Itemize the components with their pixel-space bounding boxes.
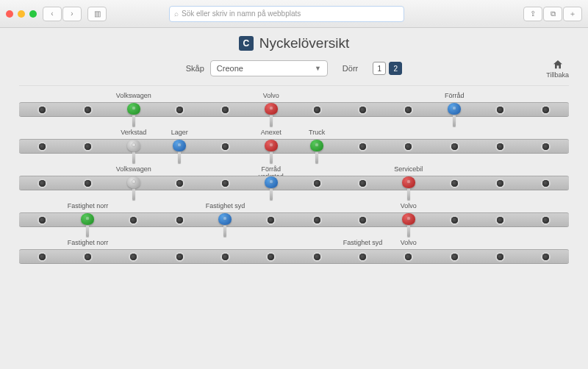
empty-slot-icon [542, 217, 549, 223]
key-icon[interactable] [264, 176, 279, 203]
back-link[interactable]: Tillbaka [546, 59, 569, 79]
slot-label [19, 92, 65, 101]
slot-label: Volvo [248, 92, 294, 101]
sidebar-toggle-icon[interactable]: ▥ [87, 7, 107, 21]
slot-label [157, 239, 202, 248]
empty-slot-icon [497, 107, 503, 113]
slot-label [111, 202, 157, 211]
key-icon[interactable] [401, 176, 416, 203]
slot-label [157, 202, 202, 211]
empty-slot-icon [176, 217, 183, 223]
slot-label [523, 92, 569, 101]
key-icon[interactable] [447, 103, 462, 129]
key-icon[interactable] [264, 103, 279, 129]
skap-select[interactable]: Creone ▼ [210, 60, 328, 76]
key-icon[interactable] [172, 140, 187, 166]
zoom-window-icon[interactable] [29, 10, 37, 18]
empty-slot-icon [359, 143, 366, 150]
empty-slot-icon [85, 254, 91, 260]
key-icon[interactable] [126, 176, 141, 203]
slot-label [340, 92, 385, 101]
dorr-page-2[interactable]: 2 [389, 62, 402, 75]
slot-label [65, 129, 110, 137]
key-icon[interactable] [218, 213, 232, 240]
empty-slot-icon [542, 180, 549, 187]
slot-label [157, 92, 202, 101]
nav-buttons: ‹ › [43, 7, 82, 21]
back-link-label: Tillbaka [546, 71, 569, 79]
dorr-page-1[interactable]: 1 [373, 62, 386, 75]
slot-label [477, 129, 523, 137]
skap-value: Creone [217, 64, 243, 73]
empty-slot-icon [497, 217, 503, 223]
empty-slot-icon [39, 217, 46, 223]
empty-slot-icon [359, 217, 366, 223]
slot-label [19, 129, 65, 137]
empty-slot-icon [497, 254, 503, 260]
key-strip [19, 102, 569, 117]
tabs-button[interactable]: ⧉ [543, 7, 562, 21]
key-row: Fastighet norrFastighet sydVolvo [19, 239, 569, 264]
skap-label: Skåp [186, 64, 204, 73]
slot-label [111, 239, 157, 248]
empty-slot-icon [542, 143, 549, 150]
close-window-icon[interactable] [6, 10, 13, 18]
share-button[interactable]: ⇪ [523, 7, 542, 21]
key-icon[interactable] [401, 213, 416, 240]
slot-label [340, 202, 385, 211]
slot-label: Fastighet syd [202, 202, 248, 211]
key-icon[interactable] [80, 213, 95, 240]
key-icon[interactable] [126, 103, 141, 129]
slot-label [19, 239, 65, 248]
slot-label [477, 202, 523, 211]
slot-label [431, 129, 477, 137]
key-icon[interactable] [309, 140, 324, 166]
slot-label [294, 239, 340, 248]
slot-label [202, 129, 248, 137]
slot-label: Förråd [431, 92, 477, 101]
key-row: VolkswagenVolvoFörråd [19, 92, 569, 117]
app-logo-icon: C [239, 36, 254, 51]
slot-label [386, 129, 431, 137]
minimize-window-icon[interactable] [18, 10, 25, 18]
empty-slot-icon [542, 254, 549, 260]
new-tab-button[interactable]: ＋ [563, 7, 582, 21]
key-strip [19, 212, 569, 227]
slot-label: Fastighet norr [65, 239, 110, 248]
slot-label [477, 239, 523, 248]
empty-slot-icon [314, 107, 320, 113]
empty-slot-icon [268, 217, 274, 223]
empty-slot-icon [222, 254, 229, 260]
page-body: C Nyckelöversikt Skåp Creone ▼ Dörr 1 2 … [0, 28, 588, 369]
home-icon [552, 59, 564, 71]
empty-slot-icon [39, 107, 46, 113]
empty-slot-icon [85, 180, 91, 187]
chevron-down-icon: ▼ [315, 65, 321, 72]
empty-slot-icon [497, 143, 503, 150]
slot-label [340, 129, 385, 137]
empty-slot-icon [405, 143, 412, 150]
slot-label [477, 92, 523, 101]
empty-slot-icon [130, 254, 137, 260]
browser-chrome: ‹ › ▥ ⌕ Sök eller skriv in namn på webbp… [0, 0, 588, 28]
slot-label [248, 202, 294, 211]
slot-label [523, 239, 569, 248]
key-icon[interactable] [126, 140, 141, 166]
slot-label [248, 239, 294, 248]
dorr-pager: 1 2 [373, 62, 402, 75]
slot-label: Anexet [248, 129, 294, 137]
empty-slot-icon [222, 180, 229, 187]
key-row: Fastighet norrFastighet sydVolvo [19, 202, 569, 227]
forward-button[interactable]: › [62, 7, 82, 21]
slot-label [523, 129, 569, 137]
address-bar[interactable]: ⌕ Sök eller skriv in namn på webbplats [169, 6, 404, 22]
empty-slot-icon [130, 217, 137, 223]
dorr-label: Dörr [343, 64, 358, 73]
slot-label [431, 239, 477, 248]
slot-label: Volvo [386, 239, 431, 248]
back-button[interactable]: ‹ [43, 7, 62, 21]
slot-label [202, 92, 248, 101]
key-strip [19, 176, 569, 190]
address-placeholder: Sök eller skriv in namn på webbplats [182, 10, 301, 18]
key-icon[interactable] [264, 140, 279, 166]
